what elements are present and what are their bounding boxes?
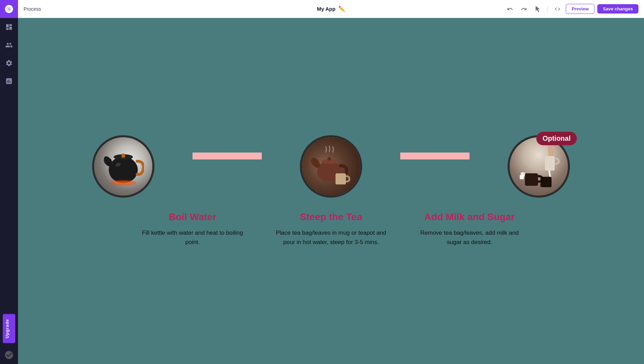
step-3-illustration (510, 137, 568, 196)
sidebar-item-components[interactable] (0, 36, 18, 54)
undo-button[interactable] (504, 3, 516, 15)
step-3-image (510, 137, 568, 196)
sidebar-footer-icon (0, 346, 18, 364)
edit-icon[interactable]: ✏️ (338, 6, 345, 12)
step-2-image (302, 137, 360, 196)
upgrade-button[interactable]: Upgrade (3, 314, 15, 343)
step-2-title: Steep the Tea (300, 211, 362, 223)
step-2-illustration (302, 137, 360, 196)
cursor-button[interactable] (532, 3, 543, 15)
header: Process My App ✏️ Preview Save changes (18, 0, 644, 18)
preview-button[interactable]: Preview (566, 4, 594, 14)
canvas: Optional (18, 18, 644, 364)
step-2-label: Steep the Tea Place tea bag/leaves in mu… (262, 211, 400, 247)
step-1-label: Boil Water Fill kettle with water and he… (123, 211, 262, 247)
step-3-wrapper: Optional (469, 135, 608, 198)
header-right: Preview Save changes (504, 3, 638, 15)
step-3-title: Add Milk and Sugar (424, 211, 515, 223)
sidebar-logo[interactable] (0, 0, 18, 18)
header-center: My App ✏️ (317, 6, 345, 12)
sidebar-item-analytics[interactable] (0, 72, 18, 90)
code-button[interactable] (552, 3, 563, 15)
breadcrumb: Process (24, 6, 41, 12)
svg-rect-3 (122, 154, 125, 158)
step-2-circle (300, 135, 362, 198)
app-name: My App (317, 6, 336, 12)
step-3-description: Remove tea bag/leaves, add milk and suga… (414, 228, 525, 247)
svg-rect-10 (336, 173, 346, 184)
step-1-illustration (94, 137, 152, 196)
connector-1-2 (193, 153, 262, 159)
main-area: Process My App ✏️ Preview Save changes (18, 0, 644, 364)
svg-point-1 (109, 157, 138, 183)
redo-button[interactable] (518, 3, 529, 15)
svg-point-9 (328, 157, 331, 161)
step-3-label: Add Milk and Sugar Remove tea bag/leaves… (400, 211, 539, 247)
step-1-wrapper (54, 135, 193, 198)
svg-point-6 (114, 181, 133, 184)
header-divider (547, 6, 548, 12)
step-1-description: Fill kettle with water and heat to boili… (137, 228, 248, 247)
sidebar-item-settings[interactable] (0, 54, 18, 72)
svg-rect-15 (521, 172, 525, 176)
steps-row: Optional (46, 135, 616, 198)
sidebar-item-dashboard[interactable] (0, 18, 18, 36)
process-container: Optional (18, 121, 644, 261)
step-1-circle-container (92, 135, 154, 198)
step-1-title: Boil Water (169, 211, 216, 223)
steps-labels: Boil Water Fill kettle with water and he… (46, 211, 616, 247)
step-2-wrapper (262, 135, 400, 198)
svg-rect-12 (525, 173, 538, 186)
connector-2-3 (400, 153, 469, 159)
step-2-circle-container (300, 135, 362, 198)
sidebar-bottom: Upgrade (0, 311, 18, 364)
sidebar: Upgrade (0, 0, 18, 364)
svg-rect-13 (540, 177, 552, 187)
step-2-description: Place tea bag/leaves in mug or teapot an… (276, 228, 386, 247)
svg-rect-11 (545, 156, 555, 171)
step-1-image (94, 137, 152, 196)
save-button[interactable]: Save changes (597, 4, 638, 14)
optional-badge: Optional (536, 132, 577, 145)
step-1-circle (92, 135, 154, 198)
step-3-circle-container: Optional (508, 135, 570, 198)
